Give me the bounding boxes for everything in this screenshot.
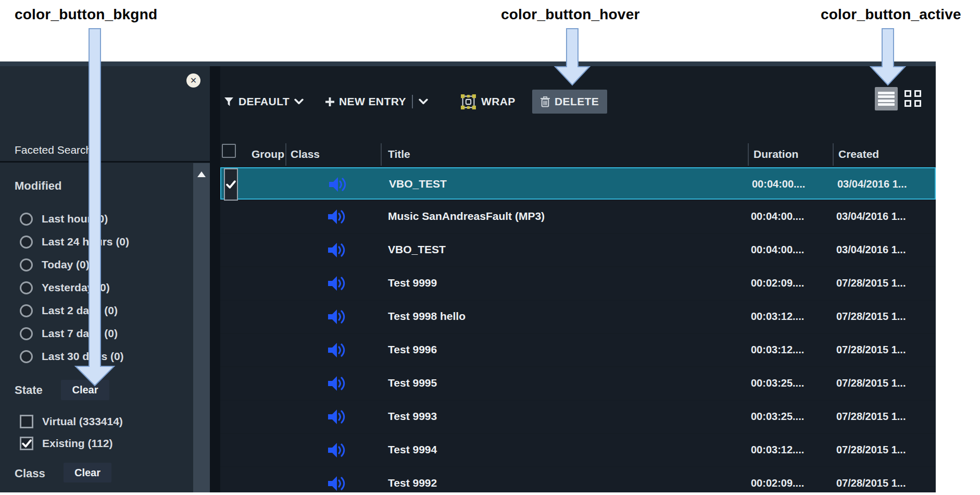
table-row[interactable]: Test 999600:03:12....07/28/2015 1... [220, 334, 936, 366]
sidebar-scrollbar[interactable] [193, 163, 210, 492]
row-duration: 00:03:25.... [751, 401, 804, 433]
audio-speaker-icon [326, 375, 345, 392]
row-title: Test 9996 [388, 334, 437, 366]
table-row[interactable]: Test 9998 hello00:03:12....07/28/2015 1.… [220, 301, 936, 333]
facet-option-radio[interactable]: Last hour (0) [20, 207, 192, 230]
row-title: Test 9992 [388, 467, 437, 492]
row-title: Test 9999 [388, 267, 437, 300]
radio-button-icon[interactable] [20, 350, 33, 363]
radio-button-icon[interactable] [20, 258, 33, 271]
facet-option-checkbox[interactable]: Existing (112) [20, 432, 192, 454]
wrap-selection-icon [460, 94, 476, 110]
facet-option-radio[interactable]: Yesterday (0) [20, 276, 192, 299]
class-clear-button[interactable]: Clear [64, 463, 111, 482]
close-panel-button[interactable]: ✕ [186, 73, 200, 88]
row-created: 07/28/2015 1... [836, 301, 906, 333]
facet-option-label: Last 30 days (0) [42, 350, 124, 363]
facet-option-radio[interactable]: Last 2 days (0) [20, 299, 192, 322]
close-icon: ✕ [190, 77, 197, 85]
radio-button-icon[interactable] [20, 213, 33, 226]
table-row[interactable]: VBO_TEST00:04:00....03/04/2016 1... [220, 167, 936, 200]
table-row[interactable]: Test 999200:02:09....07/28/2015 1... [220, 467, 936, 492]
facet-state-title: State [15, 383, 43, 397]
audio-speaker-icon [326, 208, 345, 225]
row-created: 07/28/2015 1... [836, 334, 906, 366]
page: color_button_bkgnd color_button_hover co… [0, 0, 980, 495]
row-duration: 00:03:25.... [751, 367, 804, 400]
trash-icon [541, 96, 550, 107]
radio-button-icon[interactable] [20, 236, 33, 249]
delete-button-hovered[interactable]: DELETE [532, 90, 607, 114]
checkbox-icon[interactable] [20, 415, 33, 428]
column-header-created[interactable]: Created [838, 144, 879, 165]
filter-funnel-icon [224, 97, 234, 107]
row-title: Music SanAndreasFault (MP3) [388, 201, 545, 233]
annotation-label-color-button-bkgnd: color_button_bkgnd [15, 6, 157, 23]
table-row[interactable]: Test 999300:03:25....07/28/2015 1... [220, 401, 936, 433]
table-row[interactable]: Test 999400:03:12....07/28/2015 1... [220, 434, 936, 466]
facet-option-label: Today (0) [42, 258, 90, 271]
facet-option-label: Last 2 days (0) [42, 304, 118, 317]
row-duration: 00:04:00.... [751, 201, 804, 233]
column-header-duration[interactable]: Duration [753, 144, 798, 165]
facet-option-label: Existing (112) [42, 437, 112, 450]
grid-view-icon [904, 90, 911, 97]
audio-speaker-icon [328, 176, 346, 193]
scroll-up-arrow-icon[interactable] [197, 171, 206, 177]
new-entry-button-label: NEW ENTRY [339, 95, 406, 108]
radio-button-icon[interactable] [20, 327, 33, 340]
table-row[interactable]: VBO_TEST00:04:00....03/04/2016 1... [220, 234, 936, 266]
column-separator[interactable] [381, 143, 382, 166]
facet-option-radio[interactable]: Last 30 days (0) [20, 345, 192, 368]
wrap-button[interactable]: WRAP [460, 90, 516, 114]
row-created: 07/28/2015 1... [836, 467, 906, 492]
audio-speaker-icon [326, 442, 345, 459]
button-separator [412, 95, 413, 108]
facet-option-radio[interactable]: Last 7 days (0) [20, 322, 192, 345]
select-all-checkbox[interactable] [222, 144, 236, 158]
table-row[interactable]: Test 999900:02:09....07/28/2015 1... [220, 267, 936, 300]
row-duration: 00:04:00.... [751, 234, 804, 266]
column-separator[interactable] [748, 143, 749, 166]
column-header-class[interactable]: Class [291, 144, 320, 165]
table-row[interactable]: Test 999500:03:25....07/28/2015 1... [220, 367, 936, 400]
column-separator[interactable] [833, 143, 834, 166]
audio-speaker-icon [326, 308, 345, 325]
chevron-down-icon [294, 98, 304, 105]
row-created: 03/04/2016 1... [836, 234, 906, 266]
facet-option-checkbox[interactable]: Virtual (333414) [20, 411, 192, 432]
plus-icon [325, 97, 334, 106]
annotation-label-color-button-active: color_button_active [821, 6, 961, 23]
facet-option-radio[interactable]: Today (0) [20, 253, 192, 276]
column-separator[interactable] [285, 143, 286, 166]
column-header-group[interactable]: Group [252, 144, 285, 165]
new-entry-button[interactable]: NEW ENTRY [325, 90, 428, 114]
check-icon [226, 180, 236, 189]
facet-option-label: Last hour (0) [42, 213, 108, 225]
row-created: 03/04/2016 1... [836, 201, 906, 233]
facet-modified-title: Modified [15, 179, 61, 193]
row-duration: 00:02:09.... [751, 267, 804, 300]
chevron-down-icon[interactable] [419, 98, 428, 105]
window-top-strip [0, 61, 936, 66]
row-created: 03/04/2016 1... [837, 168, 907, 201]
row-duration: 00:03:12.... [751, 434, 804, 466]
facet-option-label: Virtual (333414) [42, 415, 123, 428]
row-created: 07/28/2015 1... [836, 367, 906, 400]
state-clear-button[interactable]: Clear [61, 380, 109, 400]
checkbox-icon[interactable] [20, 437, 33, 450]
row-created: 07/28/2015 1... [836, 434, 906, 466]
grid-view-button[interactable] [904, 90, 922, 107]
radio-button-icon[interactable] [20, 281, 33, 294]
table-row[interactable]: Music SanAndreasFault (MP3)00:04:00....0… [220, 201, 936, 233]
audio-speaker-icon [326, 475, 345, 492]
list-view-button-active[interactable] [875, 87, 898, 110]
column-header-title[interactable]: Title [388, 144, 410, 165]
row-title: VBO_TEST [388, 234, 446, 266]
facet-option-label: Yesterday (0) [42, 281, 110, 294]
radio-button-icon[interactable] [20, 304, 33, 317]
facet-option-radio[interactable]: Last 24 hours (0) [20, 230, 192, 253]
row-checkbox[interactable] [224, 168, 238, 201]
default-filter-button[interactable]: DEFAULT [224, 90, 304, 114]
row-created: 07/28/2015 1... [836, 267, 906, 300]
